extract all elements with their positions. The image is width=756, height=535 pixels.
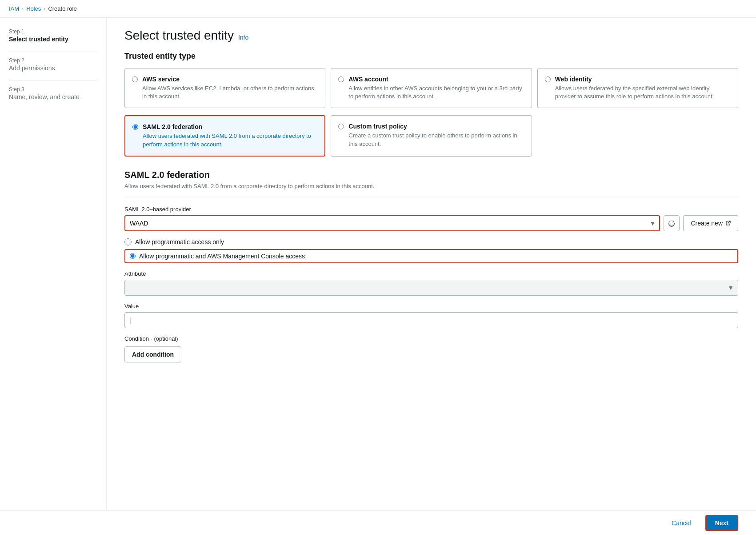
entity-type-row2: SAML 2.0 federation Allow users federate… <box>124 115 738 156</box>
access-programmatic-label: Allow programmatic access only <box>135 238 224 245</box>
sidebar-divider-1 <box>9 52 97 52</box>
entity-card-web-identity-desc: Allows users federated by the specified … <box>555 84 731 101</box>
access-console-label: Allow programmatic and AWS Management Co… <box>139 253 305 260</box>
refresh-button[interactable] <box>664 215 680 231</box>
value-form-row: Value <box>124 303 738 328</box>
entity-card-aws-account-title: AWS account <box>348 76 524 83</box>
breadcrumb-iam[interactable]: IAM <box>9 5 19 12</box>
add-condition-button[interactable]: Add condition <box>124 346 181 362</box>
refresh-icon <box>668 220 675 227</box>
entity-card-custom-trust-body: Custom trust policy Create a custom trus… <box>348 123 524 148</box>
provider-form-row: SAML 2.0–based provider WAAD ▼ Create ne… <box>124 206 738 231</box>
provider-label: SAML 2.0–based provider <box>124 206 738 213</box>
sidebar-divider-2 <box>9 80 97 81</box>
page-title: Select trusted entity <box>124 28 234 43</box>
entity-card-web-identity[interactable]: Web identity Allows users federated by t… <box>537 68 738 108</box>
saml-divider <box>124 197 738 197</box>
attribute-form-row: Attribute ▼ <box>124 270 738 296</box>
entity-card-custom-trust-desc: Create a custom trust policy to enable o… <box>348 132 524 148</box>
sidebar-step-1-title: Select trusted entity <box>9 36 97 43</box>
entity-card-aws-service-title: AWS service <box>142 76 318 83</box>
trusted-entity-section-title: Trusted entity type <box>124 52 738 61</box>
page-footer: Cancel Next <box>0 510 756 533</box>
sidebar: Step 1 Select trusted entity Step 2 Add … <box>0 18 107 533</box>
entity-radio-web-identity[interactable] <box>545 76 551 82</box>
main-content: Select trusted entity Info Trusted entit… <box>107 18 756 533</box>
sidebar-step-3-label: Step 3 <box>9 86 97 93</box>
sidebar-step-2-title: Add permissions <box>9 64 97 72</box>
access-radio-group: Allow programmatic access only Allow pro… <box>124 238 738 263</box>
entity-card-saml-body: SAML 2.0 federation Allow users federate… <box>143 123 317 148</box>
entity-card-custom-trust-title: Custom trust policy <box>348 123 524 130</box>
entity-radio-aws-account[interactable] <box>338 76 344 82</box>
entity-card-saml-federation[interactable]: SAML 2.0 federation Allow users federate… <box>124 115 325 156</box>
sidebar-step-3-title: Name, review, and create <box>9 93 97 101</box>
entity-card-aws-service-desc: Allow AWS services like EC2, Lambda, or … <box>142 84 318 101</box>
entity-card-aws-service[interactable]: AWS service Allow AWS services like EC2,… <box>124 68 325 108</box>
sidebar-step-1: Step 1 Select trusted entity <box>9 28 97 43</box>
entity-card-aws-account[interactable]: AWS account Allow entities in other AWS … <box>331 68 532 108</box>
entity-radio-custom-trust[interactable] <box>338 124 344 129</box>
access-radio-programmatic[interactable] <box>124 238 132 245</box>
breadcrumb-sep-1: › <box>22 6 24 12</box>
page-layout: Step 1 Select trusted entity Step 2 Add … <box>0 18 756 533</box>
breadcrumb: IAM › Roles › Create role <box>0 0 756 18</box>
value-input[interactable] <box>124 312 738 328</box>
create-new-label: Create new <box>691 220 723 227</box>
entity-card-web-identity-body: Web identity Allows users federated by t… <box>555 76 731 101</box>
condition-form-row: Condition - (optional) Add condition <box>124 335 738 362</box>
breadcrumb-roles[interactable]: Roles <box>26 5 41 12</box>
access-programmatic-console-option[interactable]: Allow programmatic and AWS Management Co… <box>124 249 738 263</box>
sidebar-step-3: Step 3 Name, review, and create <box>9 86 97 101</box>
entity-card-web-identity-title: Web identity <box>555 76 731 83</box>
entity-radio-aws-service[interactable] <box>132 76 138 82</box>
entity-type-grid: AWS service Allow AWS services like EC2,… <box>124 68 738 108</box>
breadcrumb-sep-2: › <box>44 6 45 12</box>
breadcrumb-current: Create role <box>48 5 76 12</box>
access-radio-console[interactable] <box>130 253 136 259</box>
sidebar-step-2: Step 2 Add permissions <box>9 57 97 72</box>
provider-row: WAAD ▼ Create new <box>124 215 738 231</box>
sidebar-step-1-label: Step 1 <box>9 28 97 35</box>
external-link-icon <box>725 221 731 226</box>
attribute-select-wrap: ▼ <box>124 280 738 296</box>
saml-section-title: SAML 2.0 federation <box>124 170 738 180</box>
entity-card-custom-trust[interactable]: Custom trust policy Create a custom trus… <box>331 115 532 156</box>
value-label: Value <box>124 303 738 310</box>
entity-card-aws-account-body: AWS account Allow entities in other AWS … <box>348 76 524 101</box>
entity-radio-saml-federation[interactable] <box>132 124 138 130</box>
access-programmatic-only[interactable]: Allow programmatic access only <box>124 238 738 245</box>
condition-label: Condition - (optional) <box>124 335 738 342</box>
provider-select[interactable]: WAAD <box>124 215 660 231</box>
entity-card-saml-title: SAML 2.0 federation <box>143 123 317 130</box>
info-link[interactable]: Info <box>238 34 248 41</box>
next-button[interactable]: Next <box>705 515 738 531</box>
entity-card-saml-desc: Allow users federated with SAML 2.0 from… <box>143 132 317 148</box>
entity-card-aws-account-desc: Allow entities in other AWS accounts bel… <box>348 84 524 101</box>
attribute-select[interactable] <box>124 280 738 296</box>
create-new-button[interactable]: Create new <box>683 215 738 231</box>
attribute-label: Attribute <box>124 270 738 277</box>
saml-section-desc: Allow users federated with SAML 2.0 from… <box>124 183 738 189</box>
entity-card-aws-service-body: AWS service Allow AWS services like EC2,… <box>142 76 318 101</box>
page-title-row: Select trusted entity Info <box>124 28 738 43</box>
sidebar-step-2-label: Step 2 <box>9 57 97 64</box>
cancel-button[interactable]: Cancel <box>663 515 700 531</box>
provider-select-wrap: WAAD ▼ <box>124 215 660 231</box>
entity-grid-empty <box>537 115 738 156</box>
